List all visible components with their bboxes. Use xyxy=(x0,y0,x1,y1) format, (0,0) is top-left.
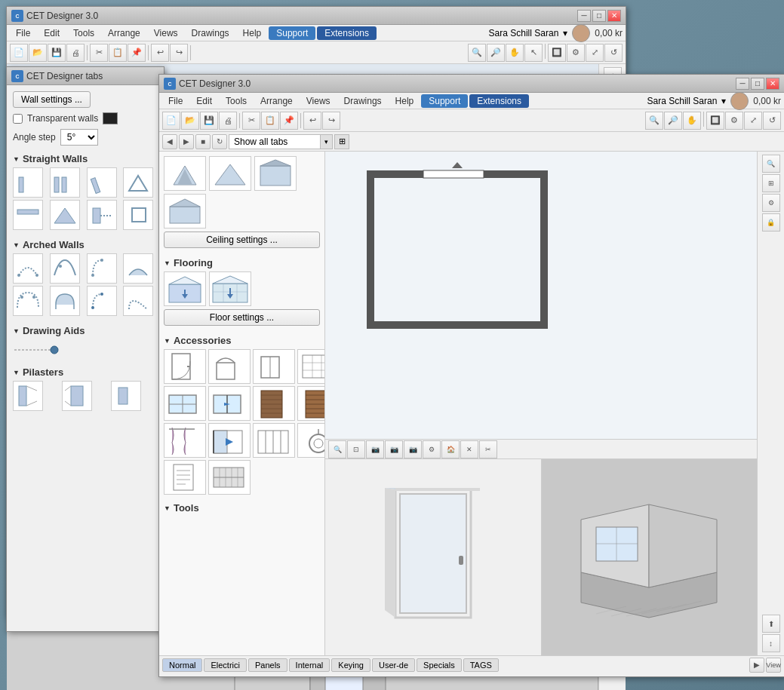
pilaster-item-1[interactable] xyxy=(13,381,43,411)
acc-grid[interactable] xyxy=(297,349,325,384)
wall-item-5[interactable] xyxy=(13,200,43,230)
sec-rt-1[interactable]: 🔍 xyxy=(762,155,780,173)
sec-copy-btn[interactable]: 📋 xyxy=(261,112,279,130)
status-tab-panels[interactable]: Panels xyxy=(248,658,287,672)
undo-button[interactable]: ↩ xyxy=(151,44,169,62)
zoom-in-button[interactable]: 🔍 xyxy=(468,44,486,62)
sec-set-btn[interactable]: ⚙ xyxy=(725,112,743,130)
2d-tb-1[interactable]: 🔍 xyxy=(328,440,346,458)
minimize-button[interactable]: ─ xyxy=(577,10,591,22)
sec-print-btn[interactable]: 🖨 xyxy=(219,112,237,130)
arch-item-7[interactable] xyxy=(87,286,117,316)
transparent-walls-checkbox[interactable] xyxy=(13,114,23,124)
acc-blinds-brown[interactable] xyxy=(253,386,295,421)
2d-tb-4[interactable]: 📷 xyxy=(385,440,403,458)
3d-button[interactable]: 🔲 xyxy=(548,44,566,62)
floor-settings-button[interactable]: Floor settings ... xyxy=(164,309,320,326)
arch-item-8[interactable] xyxy=(123,286,153,316)
menu-file[interactable]: File xyxy=(10,26,36,40)
tools-header[interactable]: Tools xyxy=(164,499,320,517)
sec-rt-3[interactable]: ⚙ xyxy=(762,194,780,212)
new-button[interactable]: 📄 xyxy=(10,44,28,62)
wall-item-4[interactable] xyxy=(123,167,153,198)
acc-bifold[interactable] xyxy=(253,423,295,458)
secondary-close-button[interactable]: ✕ xyxy=(766,78,779,90)
sec-rt-4[interactable]: 🔒 xyxy=(762,213,780,232)
acc-document[interactable] xyxy=(164,460,206,495)
sec-rt-down[interactable]: ↕ xyxy=(762,634,780,652)
wall-item-2[interactable] xyxy=(50,167,80,198)
main-window-controls[interactable]: ─ □ ✕ xyxy=(577,10,621,22)
settings-main-button[interactable]: ⚙ xyxy=(567,44,585,62)
arch-item-2[interactable] xyxy=(50,253,80,284)
arched-walls-header[interactable]: Arched Walls xyxy=(13,236,158,253)
accessories-header[interactable]: Accessories xyxy=(164,332,320,349)
nav-back-btn[interactable]: ◀ xyxy=(162,134,177,149)
arch-item-1[interactable] xyxy=(13,253,43,284)
nav-refresh-btn[interactable]: ↻ xyxy=(212,134,227,149)
acc-curtain[interactable] xyxy=(164,423,206,458)
floor-item-1[interactable] xyxy=(164,271,206,306)
status-tab-internal[interactable]: Internal xyxy=(289,658,331,672)
paste-button[interactable]: 📌 xyxy=(128,44,146,62)
pilasters-header[interactable]: Pilasters xyxy=(13,363,158,381)
print-button[interactable]: 🖨 xyxy=(66,44,85,62)
chevron-down-icon[interactable]: ▾ xyxy=(563,28,567,38)
secondary-minimize-button[interactable]: ─ xyxy=(736,78,749,90)
status-tab-tags[interactable]: TAGS xyxy=(463,658,499,672)
show-all-tabs-combo[interactable]: Show all tabs ▾ xyxy=(229,134,333,149)
acc-door[interactable] xyxy=(164,349,206,384)
wall-item-7[interactable] xyxy=(87,200,117,230)
sec-menu-drawings[interactable]: Drawings xyxy=(338,94,388,108)
maximize-button[interactable]: □ xyxy=(592,10,606,22)
combo-dropdown-btn[interactable]: ▾ xyxy=(320,135,332,149)
arch-item-5[interactable] xyxy=(13,286,43,316)
2d-tb-2[interactable]: ⊡ xyxy=(347,440,365,458)
secondary-maximize-button[interactable]: □ xyxy=(751,78,764,90)
pan-button[interactable]: ✋ xyxy=(506,44,524,62)
sec-open-btn[interactable]: 📂 xyxy=(181,112,199,130)
sec-rt-up[interactable]: ⬆ xyxy=(762,615,780,633)
acc-pipe[interactable] xyxy=(297,423,325,458)
sec-new-btn[interactable]: 📄 xyxy=(162,112,180,130)
wall-item-1[interactable] xyxy=(13,167,43,198)
acc-arch-door[interactable] xyxy=(208,349,251,384)
acc-sliding-door[interactable] xyxy=(208,423,251,458)
2d-tb-6[interactable]: ⚙ xyxy=(423,440,441,458)
2d-tb-3[interactable]: 📷 xyxy=(366,440,384,458)
copy-button[interactable]: 📋 xyxy=(109,44,127,62)
2d-tb-7[interactable]: 🏠 xyxy=(441,440,460,458)
arch-item-6[interactable] xyxy=(50,286,80,316)
save-button[interactable]: 💾 xyxy=(48,44,66,62)
status-nav-btn-1[interactable]: ▶ xyxy=(749,658,764,673)
menu-views[interactable]: Views xyxy=(148,26,184,40)
redo-button[interactable]: ↪ xyxy=(170,44,188,62)
status-tab-keying[interactable]: Keying xyxy=(331,658,370,672)
wall-item-6[interactable] xyxy=(50,200,80,230)
pilaster-item-2[interactable] xyxy=(62,381,92,411)
menu-drawings[interactable]: Drawings xyxy=(186,26,235,40)
sec-zoom-btn[interactable]: 🔍 xyxy=(645,112,663,130)
acc-sliding[interactable] xyxy=(208,386,251,421)
secondary-window-controls[interactable]: ─ □ ✕ xyxy=(736,78,779,90)
sec-arr2-btn[interactable]: ↺ xyxy=(763,112,781,130)
arch-item-4[interactable] xyxy=(123,253,153,284)
2d-tb-8[interactable]: ✕ xyxy=(460,440,478,458)
menu-arrange[interactable]: Arrange xyxy=(102,26,146,40)
sec-3d-btn[interactable]: 🔲 xyxy=(706,112,724,130)
ceiling-item-2[interactable] xyxy=(209,156,251,191)
menu-edit[interactable]: Edit xyxy=(38,26,66,40)
acc-radiator[interactable] xyxy=(208,460,251,495)
status-tab-specials[interactable]: Specials xyxy=(417,658,462,672)
menu-tools[interactable]: Tools xyxy=(67,26,100,40)
sec-cut-btn[interactable]: ✂ xyxy=(242,112,260,130)
open-button[interactable]: 📂 xyxy=(29,44,47,62)
status-tab-normal[interactable]: Normal xyxy=(162,658,202,672)
sec-chevron-down-icon[interactable]: ▾ xyxy=(721,96,726,106)
nav-fwd-btn[interactable]: ▶ xyxy=(179,134,194,149)
acc-blinds-dark[interactable] xyxy=(297,386,325,421)
sec-menu-help[interactable]: Help xyxy=(389,94,420,108)
sec-menu-views[interactable]: Views xyxy=(300,94,337,108)
sec-menu-file[interactable]: File xyxy=(162,94,189,108)
wall-color-swatch[interactable] xyxy=(103,112,118,124)
